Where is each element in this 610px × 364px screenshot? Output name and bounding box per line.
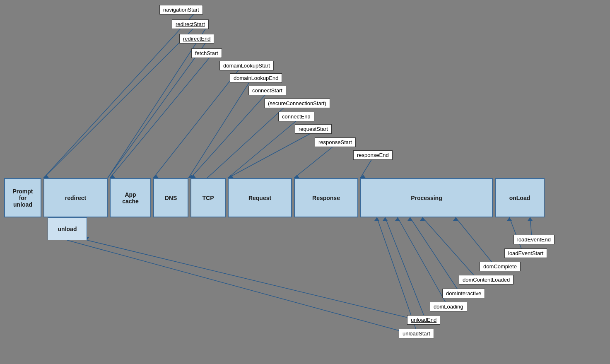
phase-onload: onLoad — [495, 178, 545, 217]
svg-line-8 — [207, 106, 286, 178]
label-domLoading: domLoading — [430, 302, 467, 311]
svg-marker-35 — [395, 217, 400, 221]
svg-line-12 — [360, 158, 373, 178]
label-domainLookupStart: domainLookupStart — [219, 61, 274, 70]
svg-line-7 — [190, 93, 267, 178]
svg-marker-40 — [528, 217, 533, 221]
label-redirectEnd: redirectEnd — [179, 34, 214, 43]
svg-marker-24 — [43, 175, 49, 178]
phase-response: Response — [294, 178, 358, 217]
label-domInteractive: domInteractive — [442, 289, 485, 298]
diagram-container: navigationStart redirectStart redirectEn… — [0, 0, 610, 364]
svg-marker-26 — [153, 175, 159, 178]
phase-unload: unload — [48, 217, 87, 240]
label-navigationStart: navigationStart — [159, 5, 203, 14]
label-connectEnd: connectEnd — [278, 112, 314, 121]
label-requestStart: requestStart — [295, 124, 332, 134]
label-loadEventStart: loadEventStart — [504, 248, 547, 258]
phase-prompt: Promptforunload — [4, 178, 41, 217]
svg-line-5 — [153, 68, 240, 178]
phase-appcache: Appcache — [110, 178, 151, 217]
label-fetchStart: fetchStart — [191, 48, 222, 58]
svg-marker-25 — [110, 175, 115, 178]
label-redirectStart: redirectStart — [172, 19, 209, 29]
label-connectStart: connectStart — [248, 86, 286, 95]
label-domainLookupEnd: domainLookupEnd — [230, 73, 282, 83]
label-loadEventEnd: loadEventEnd — [514, 235, 555, 244]
label-unloadStart: unloadStart — [399, 329, 434, 338]
label-responseStart: responseStart — [315, 137, 356, 147]
phase-request: Request — [228, 178, 292, 217]
svg-line-3 — [108, 41, 207, 178]
svg-line-11 — [294, 145, 335, 178]
svg-marker-34 — [383, 217, 388, 221]
svg-marker-33 — [374, 217, 379, 221]
svg-line-15 — [398, 217, 449, 309]
svg-marker-31 — [294, 175, 299, 178]
svg-line-21 — [67, 240, 418, 336]
phase-processing: Processing — [360, 178, 493, 217]
label-unloadEnd: unloadEnd — [407, 315, 440, 325]
label-responseEnd: responseEnd — [353, 150, 393, 160]
svg-line-22 — [87, 240, 427, 322]
svg-marker-36 — [407, 217, 412, 221]
svg-marker-39 — [507, 217, 512, 221]
svg-line-6 — [188, 80, 251, 178]
label-domComplete: domComplete — [480, 262, 521, 271]
phase-dns: DNS — [153, 178, 188, 217]
svg-line-18 — [456, 217, 497, 268]
svg-line-9 — [228, 119, 298, 178]
svg-line-4 — [110, 55, 211, 178]
phase-tcp: TCP — [190, 178, 226, 217]
svg-line-16 — [410, 217, 462, 296]
label-domContentLoaded: domContentLoaded — [459, 275, 514, 284]
phase-redirect: redirect — [43, 178, 108, 217]
label-secureConnectionStart: (secureConnectionStart) — [264, 99, 330, 108]
svg-line-10 — [228, 132, 314, 178]
